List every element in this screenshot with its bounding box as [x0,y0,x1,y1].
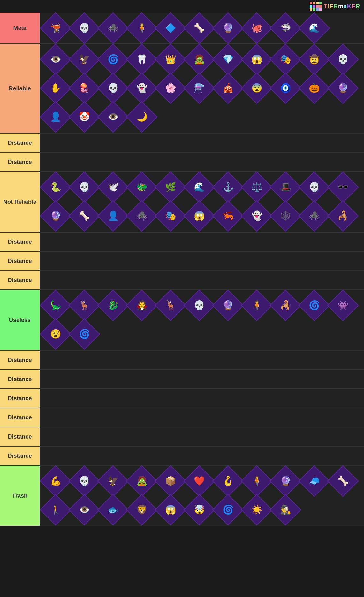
list-item[interactable]: 💀 [329,45,357,73]
tier-content-distance8 [40,389,364,408]
list-item[interactable]: 🦌 [70,291,98,319]
list-item[interactable]: 💀 [70,173,98,201]
list-item[interactable]: 🤠 [300,45,328,73]
list-item[interactable]: 🕷️ [99,14,127,42]
list-item[interactable]: 👾 [329,291,357,319]
list-item[interactable]: 😨 [243,74,271,102]
list-item[interactable]: 🐍 [42,173,70,201]
list-item[interactable]: 💀 [185,291,213,319]
tier-row-distance3: Distance [0,233,364,252]
list-item[interactable]: 🔷 [156,14,185,42]
list-item[interactable]: 💎 [214,45,242,73]
tier-content-trash: 💪 💀 🦅 🧟 📦 ❤️ 🪝 🧍 🔮 🧢 🦴 🚶 👁️ 🐟 🦁 😱 🤯 🌀 [40,466,364,526]
list-item[interactable]: 🧟 [128,467,156,495]
list-item[interactable]: ⚓ [214,173,242,201]
list-item[interactable]: 👤 [42,103,70,131]
list-item[interactable]: 🔮 [42,202,70,230]
list-item[interactable]: 🎪 [214,74,242,102]
list-item[interactable]: 🧍 [243,467,271,495]
list-item[interactable]: 🐲 [128,173,156,201]
list-item[interactable]: ✋ [42,74,70,102]
list-item[interactable]: 🦁 [128,496,156,524]
tier-label-distance9: Distance [0,408,40,427]
list-item[interactable]: 📦 [156,467,185,495]
list-item[interactable]: 👤 [99,202,127,230]
list-item[interactable]: 🧢 [300,467,328,495]
list-item[interactable]: 🌸 [156,74,185,102]
list-item[interactable]: 🌀 [99,45,127,73]
list-item[interactable]: 🌊 [185,173,213,201]
list-item[interactable]: 🐟 [99,496,127,524]
list-item[interactable]: ☀️ [243,496,271,524]
list-item[interactable]: 🔮 [214,291,242,319]
list-item[interactable]: 💪 [42,467,70,495]
list-item[interactable]: 🧍 [128,14,156,42]
list-item[interactable]: 👁️ [70,496,98,524]
logo-cell [316,2,319,4]
list-item[interactable]: 🦂 [271,291,300,319]
list-item[interactable]: 🐉 [99,291,127,319]
list-item[interactable]: 🎩 [271,173,300,201]
tier-content-reliable: 👁️ 🦅 🌀 🦷 👑 🧟 💎 😱 🎭 🤠 💀 ✋ 🪼 💀 👻 🌸 ⚗️ 🎪 [40,44,364,133]
list-item[interactable]: 🧛 [128,291,156,319]
list-item[interactable]: 🔮 [271,467,300,495]
list-item[interactable]: 💀 [300,173,328,201]
list-item[interactable]: 🦅 [99,467,127,495]
list-item[interactable]: 👻 [128,74,156,102]
list-item[interactable]: 😵 [42,320,70,348]
list-item[interactable]: 🧟 [185,45,213,73]
list-item[interactable]: 🌀 [300,291,328,319]
list-item[interactable]: 🪼 [70,74,98,102]
list-item[interactable]: 💀 [99,74,127,102]
list-item[interactable]: 🫕 [42,14,70,42]
list-item[interactable]: 🤯 [185,496,213,524]
list-item[interactable]: 🎃 [300,74,328,102]
list-item[interactable]: 👑 [156,45,185,73]
list-item[interactable]: 💀 [70,14,98,42]
list-item[interactable]: 👁️ [99,103,127,131]
list-item[interactable]: 🦐 [214,202,242,230]
list-item[interactable]: ⚗️ [185,74,213,102]
list-item[interactable]: 😱 [185,202,213,230]
list-item[interactable]: 🦷 [128,45,156,73]
list-item[interactable]: 🦴 [70,202,98,230]
list-item[interactable]: 🦈 [271,14,300,42]
list-item[interactable]: 🔮 [329,74,357,102]
list-item[interactable]: 🕵️ [271,496,300,524]
list-item[interactable]: 🐙 [243,14,271,42]
list-item[interactable]: ⚖️ [243,173,271,201]
list-item[interactable]: 🕶️ [329,173,357,201]
list-item[interactable]: 🦴 [185,14,213,42]
tier-label-distance4: Distance [0,252,40,270]
logo-cell [316,8,319,11]
list-item[interactable]: 🕷️ [300,202,328,230]
list-item[interactable]: 👁️ [42,45,70,73]
list-item[interactable]: 💀 [70,467,98,495]
list-item[interactable]: 🕊️ [99,173,127,201]
list-item[interactable]: ❤️ [185,467,213,495]
list-item[interactable]: 🌿 [156,173,185,201]
list-item[interactable]: 🧿 [271,74,300,102]
list-item[interactable]: 🦴 [329,467,357,495]
list-item[interactable]: 🕸️ [271,202,300,230]
list-item[interactable]: 🦂 [329,202,357,230]
list-item[interactable]: 🎭 [156,202,185,230]
list-item[interactable]: 😱 [156,496,185,524]
list-item[interactable]: 🌀 [214,496,242,524]
list-item[interactable]: 👻 [243,202,271,230]
list-item[interactable]: 🦕 [42,291,70,319]
list-item[interactable]: 🚶 [42,496,70,524]
list-item[interactable]: 🔮 [214,14,242,42]
list-item[interactable]: 🌊 [300,14,328,42]
list-item[interactable]: 🤡 [70,103,98,131]
list-item[interactable]: 🌀 [70,320,98,348]
list-item[interactable]: 🎭 [271,45,300,73]
list-item[interactable]: 🪝 [214,467,242,495]
list-item[interactable]: 🦌 [156,291,185,319]
list-item[interactable]: 🌙 [128,103,156,131]
list-item[interactable]: 🦅 [70,45,98,73]
list-item[interactable]: 😱 [243,45,271,73]
tier-label-useless: Useless [0,290,40,350]
list-item[interactable]: 🧍 [243,291,271,319]
list-item[interactable]: 🕷️ [128,202,156,230]
